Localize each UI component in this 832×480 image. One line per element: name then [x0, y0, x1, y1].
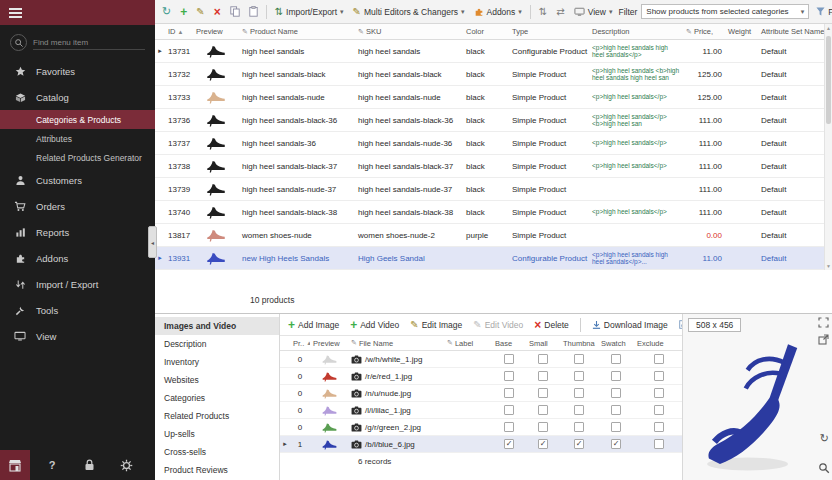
zoom-button[interactable] [818, 462, 830, 476]
column-header-exclude[interactable]: Exclude [634, 339, 683, 348]
column-header-attribute-set-name[interactable]: Attribute Set Name [758, 27, 824, 36]
checkbox-exclude[interactable] [654, 388, 664, 398]
column-header-price[interactable]: ✎Price, [683, 27, 725, 36]
checkbox-swatch[interactable] [611, 388, 621, 398]
tab-categories[interactable]: Categories [155, 389, 279, 407]
product-row[interactable]: 13736high heel sandals-black-36high heel… [155, 109, 832, 132]
product-row[interactable]: 13739high heel sandals-nude-37high heel … [155, 178, 832, 201]
product-row[interactable]: 13740high heel sandals-black-38high heel… [155, 201, 832, 224]
checkbox-exclude[interactable] [654, 405, 664, 415]
sidebar-item-customers[interactable]: Customers [0, 167, 155, 193]
edit-product-button[interactable]: ✎ [193, 5, 207, 19]
rotate-button[interactable]: ↻ [820, 433, 829, 444]
fullscreen-button[interactable] [818, 317, 829, 330]
add-image-button[interactable]: +Add Image [286, 318, 341, 332]
column-header-description[interactable]: Description [589, 27, 683, 36]
product-row[interactable]: 13817women shoes-nudewomen shoes-nude-2p… [155, 224, 832, 247]
checkbox-base[interactable] [504, 354, 514, 364]
tab-inventory[interactable]: Inventory [155, 353, 279, 371]
multi-editors-menu[interactable]: ✎ Multi Editors & Changers ▾ [350, 5, 468, 19]
sidebar-item-view[interactable]: View [0, 323, 155, 349]
product-row[interactable]: 13737high heel sandals-36high heel sanda… [155, 132, 832, 155]
help-button[interactable]: ? [37, 450, 67, 480]
column-header-preview[interactable]: Preview [193, 27, 239, 36]
sidebar-item-favorites[interactable]: Favorites [0, 58, 155, 84]
column-header-pr[interactable]: Pr..▲ [290, 339, 310, 348]
tab-up-sells[interactable]: Up-sells [155, 425, 279, 443]
checkbox-swatch[interactable] [611, 422, 621, 432]
checkbox-base[interactable]: ✓ [504, 439, 514, 449]
refresh-button[interactable]: ↻ [159, 4, 174, 19]
sidebar-item-catalog[interactable]: Catalog [0, 84, 155, 110]
scrollbar-thumb[interactable] [826, 36, 831, 124]
column-header-file-name[interactable]: ✎File Name [348, 339, 444, 348]
scroll-down-icon[interactable]: ▼ [825, 263, 832, 269]
sidebar-item-reports[interactable]: Reports [0, 219, 155, 245]
column-header-weight[interactable]: Weight [725, 27, 758, 36]
product-row[interactable]: 13733high heel sandals-nudehigh heel san… [155, 86, 832, 109]
scroll-up-icon[interactable]: ▲ [825, 25, 832, 31]
open-external-button[interactable] [818, 334, 829, 347]
checkbox-base[interactable] [504, 405, 514, 415]
image-row[interactable]: 0/g/r/green_2.jpg [280, 419, 682, 436]
image-row[interactable]: ▸1/b/l/blue_6.jpg✓✓✓✓ [280, 436, 682, 453]
tab-product-reviews[interactable]: Product Reviews [155, 461, 279, 479]
edit-video-button[interactable]: ✎Edit Video [471, 319, 525, 331]
delete-product-button[interactable]: × [211, 4, 224, 20]
column-header-id[interactable]: ID▲ [165, 27, 193, 36]
copy-button[interactable] [227, 4, 243, 19]
checkbox-small[interactable]: ✓ [538, 439, 548, 449]
tab-websites[interactable]: Websites [155, 371, 279, 389]
settings-button[interactable] [111, 450, 141, 480]
set-resize-rule-button[interactable]: Set Resize Rule ▾ [677, 319, 682, 331]
sidebar-item-tools[interactable]: Tools [0, 297, 155, 323]
column-header-label[interactable]: ✎Label [444, 339, 492, 348]
checkbox-small[interactable] [538, 371, 548, 381]
sidebar-item-import-export[interactable]: Import / Export [0, 271, 155, 297]
paste-button[interactable] [246, 4, 261, 19]
lock-button[interactable] [74, 450, 104, 480]
image-row[interactable]: 0/w/h/white_1.jpg [280, 351, 682, 368]
import-export-menu[interactable]: ⇅ Import/Export ▾ [272, 5, 347, 19]
column-header-small[interactable]: Small [526, 339, 560, 348]
checkbox-swatch[interactable] [611, 405, 621, 415]
column-header-base[interactable]: Base [492, 339, 526, 348]
sidebar-item-attributes[interactable]: Attributes [0, 129, 155, 148]
checkbox-small[interactable] [538, 405, 548, 415]
checkbox-small[interactable] [538, 388, 548, 398]
checkbox-base[interactable] [504, 422, 514, 432]
checkbox-base[interactable] [504, 388, 514, 398]
column-header-preview[interactable]: Preview [310, 339, 348, 348]
checkbox-thumbnail[interactable]: ✓ [574, 439, 584, 449]
product-row[interactable]: ▸13731high heel sandalshigh heel sandals… [155, 40, 832, 63]
checkbox-exclude[interactable] [654, 371, 664, 381]
columns-button[interactable]: ⇄ [553, 5, 567, 19]
sidebar-item-related-products-generator[interactable]: Related Products Generator [0, 148, 155, 167]
checkbox-exclude[interactable] [654, 422, 664, 432]
column-header-swatch[interactable]: Swatch [598, 339, 634, 348]
sidebar-collapse-handle[interactable]: ◂ [148, 226, 157, 258]
tab-cross-sells[interactable]: Cross-sells [155, 443, 279, 461]
download-image-button[interactable]: Download Image [590, 319, 670, 331]
checkbox-small[interactable] [538, 354, 548, 364]
checkbox-swatch[interactable] [611, 354, 621, 364]
product-row[interactable]: 13738high heel sandals-black-37high heel… [155, 155, 832, 178]
product-row[interactable]: 13732high heel sandals-blackhigh heel sa… [155, 63, 832, 86]
checkbox-thumbnail[interactable] [574, 371, 584, 381]
column-header-product-name[interactable]: ✎Product Name [239, 27, 355, 36]
checkbox-thumbnail[interactable] [574, 354, 584, 364]
addons-menu[interactable]: Addons ▾ [471, 5, 525, 19]
tab-related-products[interactable]: Related Products [155, 407, 279, 425]
column-header-type[interactable]: Type [509, 27, 589, 36]
sidebar-item-orders[interactable]: Orders [0, 193, 155, 219]
image-row[interactable]: 0/n/u/nude.jpg [280, 385, 682, 402]
column-header-sku[interactable]: ✎SKU [355, 27, 463, 36]
tab-images-and-video[interactable]: Images and Video [155, 317, 279, 335]
delete-image-button[interactable]: ×Delete [532, 318, 571, 332]
column-header-color[interactable]: Color [463, 27, 509, 36]
add-product-button[interactable]: + [177, 4, 190, 20]
checkbox-thumbnail[interactable] [574, 422, 584, 432]
filters-button[interactable]: Filters ▾ [813, 5, 832, 19]
store-button[interactable] [0, 450, 30, 480]
sidebar-item-addons[interactable]: Addons [0, 245, 155, 271]
